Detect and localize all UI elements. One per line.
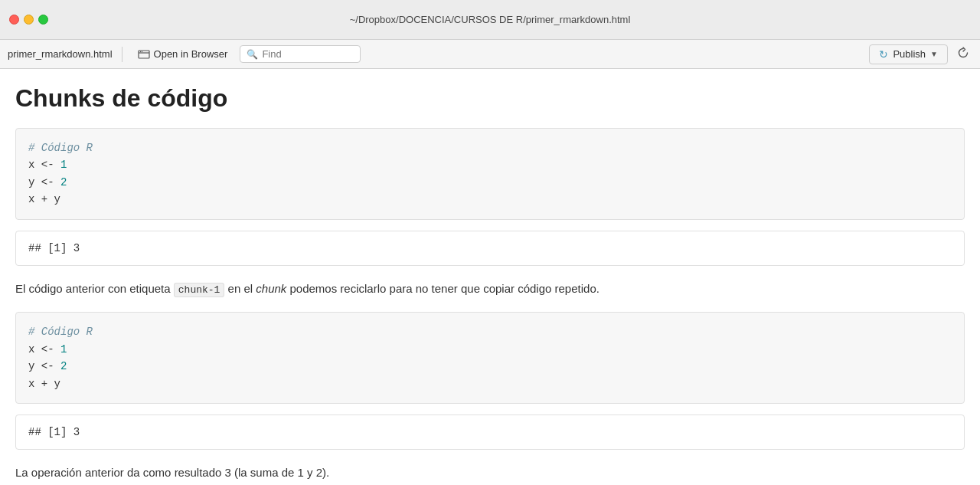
code-block-2: # Código R x <- 1 y <- 2 x + y	[15, 312, 965, 404]
prose-1-after-2: podemos reciclarlo para no tener que cop…	[286, 282, 599, 295]
filename-label: primer_rmarkdown.html	[8, 48, 113, 60]
output-block-2: ## [1] 3	[15, 415, 965, 450]
refresh-icon	[957, 47, 969, 59]
prose-1: El código anterior con etiqueta chunk-1 …	[15, 280, 965, 299]
code-comment-1: # Código R	[28, 139, 952, 156]
output-text-1: ## [1] 3	[28, 242, 80, 254]
publish-icon: ↻	[879, 48, 888, 61]
chevron-down-icon: ▼	[930, 50, 938, 58]
code-line-1-2: y <- 2	[28, 174, 952, 191]
toolbar: primer_rmarkdown.html Open in Browser 🔍 …	[0, 40, 980, 69]
titlebar: ~/Dropbox/DOCENCIA/CURSOS DE R/primer_rm…	[0, 0, 980, 40]
prose-2: La operación anterior da como resultado …	[15, 464, 965, 482]
code-plain-4: y <-	[28, 360, 60, 372]
window-title: ~/Dropbox/DOCENCIA/CURSOS DE R/primer_rm…	[350, 14, 631, 25]
close-button[interactable]	[9, 15, 19, 25]
code-comment-2: # Código R	[28, 323, 952, 340]
code-line-2-2: y <- 2	[28, 358, 952, 375]
code-line-1-3: x + y	[28, 191, 952, 208]
code-plain-1: x <-	[28, 159, 60, 171]
code-block-1: # Código R x <- 1 y <- 2 x + y	[15, 128, 965, 220]
find-container: 🔍	[240, 45, 361, 63]
main-content: Chunks de código # Código R x <- 1 y <- …	[0, 69, 980, 485]
browser-icon	[138, 48, 150, 61]
prose-1-italic: chunk	[256, 282, 286, 295]
code-line-2-1: x <- 1	[28, 341, 952, 358]
refresh-button[interactable]	[954, 44, 972, 65]
code-line-1-1: x <- 1	[28, 156, 952, 173]
maximize-button[interactable]	[38, 15, 48, 25]
code-num-1: 1	[60, 159, 67, 171]
publish-label: Publish	[893, 48, 926, 60]
traffic-lights	[0, 15, 48, 25]
code-num-4: 2	[60, 360, 67, 372]
code-line-2-3: x + y	[28, 375, 952, 392]
output-text-2: ## [1] 3	[28, 426, 80, 438]
find-input[interactable]	[262, 48, 354, 60]
minimize-button[interactable]	[24, 15, 34, 25]
svg-point-3	[141, 51, 142, 51]
open-in-browser-label: Open in Browser	[154, 48, 228, 60]
publish-button[interactable]: ↻ Publish ▼	[869, 44, 948, 64]
prose-1-after-1: en el	[224, 282, 256, 295]
code-plain-3: x <-	[28, 343, 60, 356]
output-block-1: ## [1] 3	[15, 231, 965, 266]
code-num-3: 1	[60, 343, 67, 356]
code-plain-2: y <-	[28, 176, 60, 188]
prose-1-inline-code: chunk-1	[174, 283, 225, 297]
page-title: Chunks de código	[15, 84, 965, 113]
prose-1-before: El código anterior con etiqueta	[15, 282, 174, 295]
open-in-browser-button[interactable]: Open in Browser	[132, 45, 234, 64]
search-icon: 🔍	[247, 49, 258, 60]
svg-point-2	[139, 51, 140, 51]
toolbar-separator-1	[122, 47, 122, 62]
code-num-2: 2	[60, 176, 67, 188]
